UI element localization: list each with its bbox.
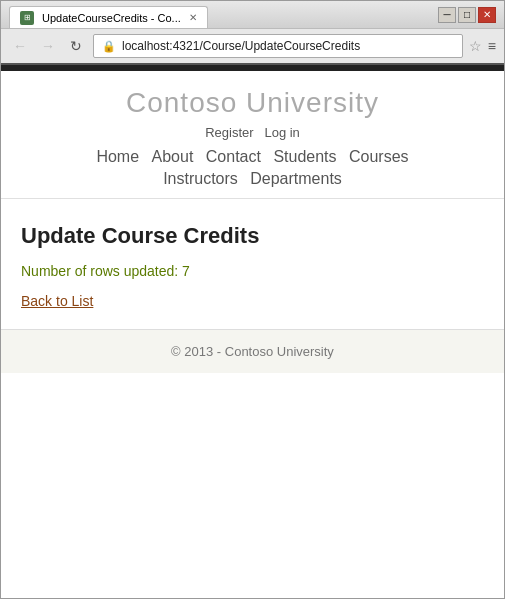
auth-links: Register Log in — [1, 125, 504, 140]
minimize-button[interactable]: ─ — [438, 7, 456, 23]
main-content: Update Course Credits Number of rows upd… — [1, 199, 504, 329]
address-input[interactable]: 🔒 localhost:4321/Course/UpdateCourseCred… — [93, 34, 463, 58]
back-to-list-link[interactable]: Back to List — [21, 293, 93, 309]
nav-courses[interactable]: Courses — [349, 148, 409, 165]
login-link[interactable]: Log in — [264, 125, 299, 140]
site-footer: © 2013 - Contoso University — [1, 329, 504, 373]
tab-bar: ⊞ UpdateCourseCredits - Co... ✕ — [9, 1, 438, 28]
tab-title: UpdateCourseCredits - Co... — [42, 12, 181, 24]
nav-contact[interactable]: Contact — [206, 148, 261, 165]
bookmark-icon[interactable]: ☆ — [469, 38, 482, 54]
active-tab[interactable]: ⊞ UpdateCourseCredits - Co... ✕ — [9, 6, 208, 28]
refresh-button[interactable]: ↻ — [65, 35, 87, 57]
secondary-nav: Instructors Departments — [1, 170, 504, 188]
nav-students[interactable]: Students — [273, 148, 336, 165]
security-icon: 🔒 — [102, 40, 116, 53]
close-button[interactable]: ✕ — [478, 7, 496, 23]
page-heading: Update Course Credits — [21, 223, 484, 249]
title-bar: ⊞ UpdateCourseCredits - Co... ✕ ─ □ ✕ — [1, 1, 504, 29]
window-controls: ─ □ ✕ — [438, 7, 496, 23]
maximize-button[interactable]: □ — [458, 7, 476, 23]
primary-nav: Home About Contact Students Courses — [1, 148, 504, 166]
address-bar: ← → ↻ 🔒 localhost:4321/Course/UpdateCour… — [1, 29, 504, 65]
address-text: localhost:4321/Course/UpdateCourseCredit… — [122, 39, 454, 53]
site-header: Contoso University Register Log in Home … — [1, 71, 504, 199]
page-content: Contoso University Register Log in Home … — [1, 65, 504, 598]
menu-icon[interactable]: ≡ — [488, 38, 496, 54]
tab-favicon: ⊞ — [20, 11, 34, 25]
footer-text: © 2013 - Contoso University — [171, 344, 334, 359]
browser-window: ⊞ UpdateCourseCredits - Co... ✕ ─ □ ✕ ← … — [0, 0, 505, 599]
nav-home[interactable]: Home — [96, 148, 139, 165]
forward-button[interactable]: → — [37, 35, 59, 57]
back-button[interactable]: ← — [9, 35, 31, 57]
nav-about[interactable]: About — [152, 148, 194, 165]
nav-instructors[interactable]: Instructors — [163, 170, 238, 187]
success-message: Number of rows updated: 7 — [21, 263, 484, 279]
register-link[interactable]: Register — [205, 125, 253, 140]
site-title: Contoso University — [1, 87, 504, 119]
tab-close-button[interactable]: ✕ — [189, 12, 197, 23]
nav-departments[interactable]: Departments — [250, 170, 342, 187]
